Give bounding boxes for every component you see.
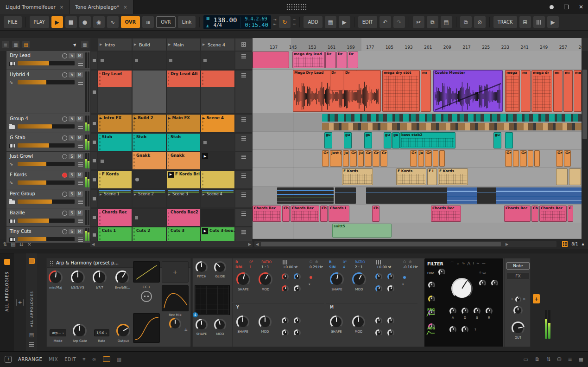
filter-shape-icon[interactable]: ⋀ [467, 261, 470, 267]
snap-grid-icon[interactable]: ▦ [81, 41, 89, 48]
sec-m-small-knob[interactable] [387, 329, 394, 336]
launcher-clip[interactable]: Gnakk [133, 152, 166, 169]
mappings-panel-icon[interactable]: ≣ [568, 356, 572, 362]
volume-fader[interactable] [18, 61, 75, 65]
launcher-clip[interactable]: Dry Lead [98, 71, 132, 87]
track-row-dry-lead[interactable]: Dry LeadSM [6, 51, 90, 70]
track-menu-icon[interactable] [78, 62, 83, 66]
note-tab[interactable]: Note [506, 262, 530, 270]
clip-slot[interactable] [201, 71, 234, 113]
phase-icons[interactable]: ○ ◎ [403, 260, 422, 264]
punch-out-icon[interactable]: ⇤ [273, 23, 277, 26]
clip-slot[interactable] [133, 71, 166, 113]
clip-slot[interactable] [167, 52, 200, 69]
arranger-clip[interactable]: Gr [556, 150, 563, 167]
launcher-clip[interactable]: Stab [98, 134, 132, 151]
launcher-group-clip[interactable]: ▶Main FX [167, 115, 200, 132]
track-launcher-menu[interactable] [235, 227, 252, 242]
volume-fader[interactable] [18, 180, 75, 185]
clip-slot[interactable]: ▶ [201, 152, 234, 169]
solo-button[interactable]: S [69, 135, 75, 141]
launcher-clip[interactable]: F Kords [98, 171, 132, 188]
solo-button[interactable]: S [69, 72, 75, 77]
activity-button[interactable] [62, 53, 67, 58]
page-indicator[interactable]: 8/1 [571, 242, 578, 246]
group-summary-clip[interactable] [335, 187, 356, 204]
launcher-clip[interactable]: Stab [133, 134, 166, 151]
env-d-knob[interactable] [462, 308, 468, 315]
track-launcher-menu[interactable] [235, 115, 252, 132]
track-launcher-menu[interactable] [235, 71, 252, 113]
arranger-clip[interactable]: Dr [344, 70, 357, 90]
solo-button[interactable]: S [69, 53, 75, 58]
arranger-clip[interactable]: gu [344, 132, 352, 148]
group-summary-clip[interactable] [322, 114, 582, 130]
arranger-track-lane[interactable]: gugugugugubass stab2gu [253, 132, 582, 150]
filter-mod-knob[interactable] [428, 296, 435, 303]
sec-m-mod-knob[interactable]: MOD [352, 315, 365, 334]
scene-play-icon[interactable]: ▶ [134, 43, 136, 46]
arranger-track-lane[interactable] [253, 113, 582, 132]
file-menu-button[interactable]: FILE [4, 16, 22, 28]
arranger-clip[interactable]: Ju [418, 150, 424, 167]
volume-fader[interactable] [18, 219, 75, 223]
filter-shape-icon[interactable]: ∿ [462, 261, 465, 267]
arranger-clip[interactable]: Gr [520, 150, 527, 167]
arp-device[interactable]: Arp & Harmony (preset p...▾min/Majb5/5/#… [46, 258, 191, 347]
launcher-group-slot[interactable]: ▶Scene 3 [167, 190, 200, 207]
launcher-scrollbar[interactable]: ◀▶ [90, 241, 253, 247]
filter-shape-icon[interactable]: — [482, 261, 486, 267]
clip-stop-cell[interactable] [91, 134, 97, 151]
scroll-icon[interactable]: ≈ [293, 23, 296, 26]
filter-shape-icon[interactable]: ⌒ [450, 261, 454, 267]
track-row-f-kords[interactable]: F KordsSM∿ [6, 170, 90, 189]
cutoff-knob[interactable] [451, 278, 473, 299]
clip-stop-cell[interactable] [91, 52, 97, 69]
launcher-group-slot[interactable]: ▶Scene 2 [133, 190, 166, 207]
launcher-clip[interactable]: Gnakk [167, 152, 200, 169]
track-menu-icon[interactable] [78, 144, 83, 148]
arranger-clip[interactable]: mı [553, 70, 563, 112]
time-signature[interactable]: 4/4 [214, 23, 237, 28]
play-button[interactable]: ▶ [51, 16, 63, 28]
track-menu-icon[interactable] [78, 162, 83, 167]
launcher-clip[interactable]: Cuts 3 [167, 227, 200, 242]
drv-knob[interactable] [438, 269, 445, 276]
add-button[interactable]: ADD [303, 16, 322, 28]
group-summary-clip[interactable] [277, 187, 334, 204]
clip-slot[interactable]: ▶F Kords Bri... [167, 171, 200, 188]
arranger-clip[interactable]: gu [384, 132, 392, 148]
chevron-down-icon[interactable]: ▾ [402, 283, 404, 286]
drag-handle-icon[interactable] [50, 261, 53, 265]
arranger-clip[interactable]: C [568, 206, 573, 222]
arranger-clip[interactable]: Ch [282, 206, 290, 222]
track-launcher-menu[interactable] [235, 152, 252, 169]
arranger-track-lane[interactable]: snitt5 [253, 223, 582, 239]
clip-stop-cell[interactable] [91, 171, 97, 188]
activity-button[interactable] [62, 135, 67, 141]
mixer-panel-toggle-icon[interactable]: ▥ [117, 356, 121, 362]
sec-y-small-knob[interactable] [282, 329, 289, 336]
punch-in-icon[interactable]: ⇥ [273, 18, 277, 22]
layer-select-icon[interactable]: ≣ [2, 41, 9, 48]
track-menu-button[interactable]: TRACK [493, 16, 517, 28]
volume-fader[interactable] [18, 237, 75, 241]
arranger-scrollbar-handle[interactable] [261, 242, 501, 246]
stop-button[interactable]: ■ [65, 16, 77, 28]
link-button[interactable]: Link [178, 16, 196, 28]
clip-slot[interactable]: Stab [167, 134, 200, 151]
keytrack-knob[interactable] [491, 280, 498, 287]
synth-device[interactable]: PITCHGLIDE4SHAPEMODRDBL0°1RATIO1 : 1+0.0… [192, 258, 531, 347]
project-tab-2[interactable]: Tone Archipelago* × [70, 0, 133, 14]
arranger-track-lane[interactable] [253, 187, 582, 205]
song-position[interactable]: 9.4.2.69 [245, 17, 268, 21]
amp-r-knob[interactable] [462, 326, 468, 333]
window-restore-icon[interactable] [564, 5, 569, 9]
arranger-clip[interactable]: Gr [564, 150, 571, 167]
clip-slot[interactable]: Dry Lead Alt [167, 71, 200, 113]
arranger-clip[interactable]: Gr [322, 150, 329, 167]
clip-slot[interactable]: Cuts 2 [133, 227, 166, 242]
scene-play-icon[interactable]: ▶ [100, 43, 102, 46]
arranger-clip[interactable]: Chords Rec [504, 206, 531, 222]
track-row-g-stab[interactable]: G StabSM [6, 133, 90, 151]
